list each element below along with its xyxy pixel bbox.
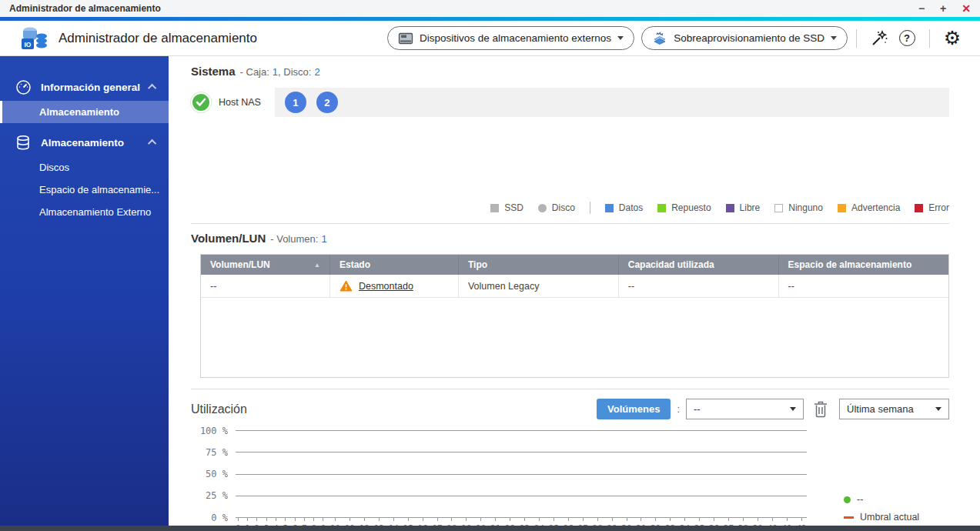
utilization-title: Utilización <box>191 402 247 416</box>
legend-item-repuesto: Repuesto <box>657 202 711 213</box>
window-controls: − + ✕ <box>918 3 971 14</box>
column-header-volumen-lun[interactable]: Volumen/LUN▲ <box>201 255 330 275</box>
legend-item-disco: Disco <box>538 202 575 213</box>
wizard-wand-button[interactable] <box>868 28 890 49</box>
legend-item-ninguno: Ninguno <box>774 202 823 213</box>
cell-espacio: -- <box>779 275 948 297</box>
x-axis-tick: 8 <box>311 517 316 526</box>
x-axis-tick: 12 <box>360 517 370 526</box>
x-axis-tick: 15 <box>403 517 413 526</box>
maximize-button[interactable]: + <box>940 3 946 14</box>
window-titlebar: Administrador de almacenamiento − + ✕ <box>0 0 980 17</box>
minimize-button[interactable]: − <box>918 3 925 14</box>
column-header-espacio[interactable]: Espacio de almacenamiento <box>779 255 948 275</box>
sidebar-item-label: Discos <box>39 162 69 173</box>
x-axis-tick: 7 <box>302 517 307 526</box>
enclosure-strip: 1 2 <box>275 88 949 117</box>
cell-volumen: -- <box>201 275 330 297</box>
sidebar-item-almacenamiento-externo[interactable]: Almacenamiento Externo <box>0 201 169 223</box>
sidebar: Información general Almacenamiento Almac… <box>0 56 169 526</box>
gridline: 0 % <box>236 517 807 518</box>
x-axis-tick: 18 <box>447 517 457 526</box>
disk-badge-2[interactable]: 2 <box>316 92 338 113</box>
volume-count-label: - Volumen: <box>270 233 318 245</box>
close-button[interactable]: ✕ <box>962 3 971 14</box>
sidebar-item-label: Almacenamiento Externo <box>39 206 151 218</box>
disk-swatch <box>538 204 547 212</box>
chevron-up-icon <box>148 84 156 92</box>
disk-badge-1[interactable]: 1 <box>285 92 306 113</box>
column-header-estado[interactable]: Estado <box>330 255 459 275</box>
table-row[interactable]: -- Desmontado Volumen Legacy -- -- <box>201 275 948 298</box>
legend-divider <box>590 202 590 214</box>
sidebar-item-almacenamiento[interactable]: Almacenamiento <box>0 101 169 123</box>
x-axis-tick: 23 <box>520 517 530 526</box>
legend-item-datos: Datos <box>605 202 643 213</box>
help-button[interactable]: ? <box>896 28 918 49</box>
external-drive-icon <box>398 32 413 45</box>
x-axis-tick: 3 <box>264 517 269 526</box>
x-axis-tick: 26 <box>564 517 574 526</box>
settings-button[interactable]: ⚙ <box>942 28 963 49</box>
x-axis-tick: 19 <box>461 517 471 526</box>
host-nas-label: Host NAS <box>219 97 261 108</box>
header-divider <box>929 29 930 48</box>
enclosure-label: - Caja: <box>240 66 269 78</box>
sidebar-group-overview[interactable]: Información general <box>0 73 169 101</box>
svg-text:IO: IO <box>25 40 32 48</box>
window-bottom-border <box>0 526 980 531</box>
cell-estado: Desmontado <box>330 275 459 297</box>
x-axis-tick: 6 <box>293 517 298 526</box>
x-axis-tick: 29 <box>607 517 617 526</box>
sidebar-item-discos[interactable]: Discos <box>0 156 169 179</box>
trash-icon <box>813 400 828 418</box>
sidebar-item-label: Almacenamiento <box>39 106 119 118</box>
warning-swatch <box>838 204 846 212</box>
y-axis-tick-label: 50 % <box>191 469 228 479</box>
disk-count: 2 <box>314 66 319 78</box>
cell-tipo: Volumen Legacy <box>459 275 619 297</box>
period-select-value: Última semana <box>847 403 914 415</box>
threshold-line-icon <box>844 516 854 519</box>
sidebar-group-storage[interactable]: Almacenamiento <box>0 129 169 156</box>
chevron-up-icon <box>148 139 156 148</box>
clear-chart-button[interactable] <box>813 400 828 418</box>
sort-ascending-icon: ▲ <box>314 262 320 269</box>
x-axis-tick: 16 <box>418 517 428 526</box>
warning-icon <box>339 280 353 292</box>
estado-link[interactable]: Desmontado <box>359 281 413 292</box>
x-axis-tick: 14 <box>389 517 399 526</box>
volume-count: 1 <box>321 233 326 245</box>
external-storage-devices-button[interactable]: Dispositivos de almacenamiento externos <box>387 26 634 50</box>
x-axis-tick: 28 <box>593 517 603 526</box>
legend-item-ssd: SSD <box>490 202 523 213</box>
ssd-swatch <box>490 204 499 212</box>
x-axis-tick: 33 <box>665 517 675 526</box>
utilization-header: Utilización Volúmenes : -- <box>191 399 949 419</box>
x-axis-tick: 39 <box>753 517 763 526</box>
x-axis-tick: 9 <box>321 517 326 526</box>
chevron-down-icon <box>935 407 942 411</box>
x-axis-tick: 35 <box>694 517 704 526</box>
x-axis-tick: 40 <box>768 517 778 526</box>
volume-select[interactable]: -- <box>686 399 804 419</box>
host-nas-row: Host NAS 1 2 <box>191 88 949 117</box>
x-axis-tick: 25 <box>549 517 559 526</box>
sidebar-item-espacio[interactable]: Espacio de almacenamie... <box>0 179 169 201</box>
x-axis-tick: 17 <box>432 517 442 526</box>
x-axis-tick: 21 <box>490 517 500 526</box>
magic-wand-icon <box>869 28 889 48</box>
volume-section-title: Volumen/LUN <box>191 232 266 245</box>
x-axis-tick: 32 <box>651 517 661 526</box>
volumes-button[interactable]: Volúmenes <box>597 399 671 419</box>
column-header-tipo[interactable]: Tipo <box>459 255 619 275</box>
y-axis-tick-label: 100 % <box>191 426 228 436</box>
disk-label: , Disco: <box>278 66 311 78</box>
x-axis-tick: 31 <box>636 517 646 526</box>
main-content: Sistema - Caja: 1 , Disco: 2 Host NAS 1 … <box>169 56 980 526</box>
column-header-capacidad[interactable]: Capacidad utilizada <box>619 255 779 275</box>
period-select[interactable]: Última semana <box>839 399 949 419</box>
ssd-overprovisioning-button[interactable]: Sobreaprovisionamiento de SSD <box>641 26 848 50</box>
x-axis-tick: 30 <box>621 517 631 526</box>
volume-section-header: Volumen/LUN - Volumen: 1 <box>191 232 949 245</box>
